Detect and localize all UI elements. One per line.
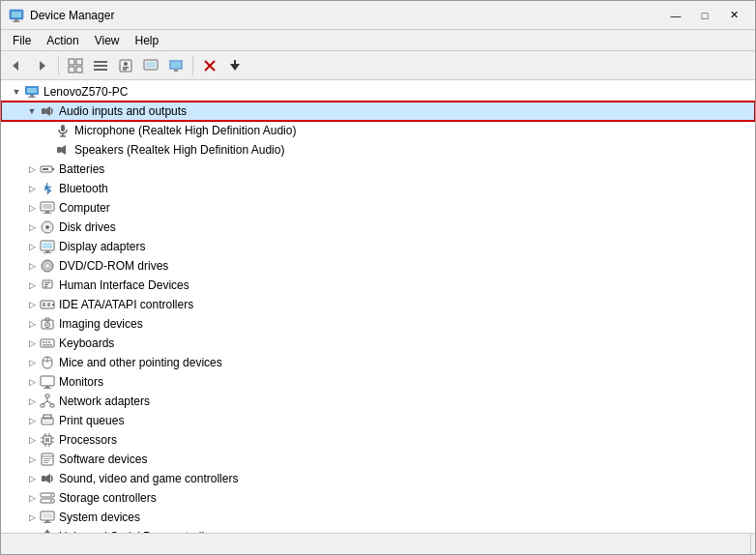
display-toggle[interactable]: ▷ bbox=[24, 239, 40, 254]
sound-label: Sound, video and game controllers bbox=[59, 472, 238, 485]
batteries-item[interactable]: ▷ Batteries bbox=[1, 160, 755, 179]
audio-toggle[interactable]: ▼ bbox=[24, 103, 40, 119]
svg-rect-35 bbox=[57, 147, 61, 153]
computer-item[interactable]: ▷ Computer bbox=[1, 198, 755, 218]
network-toggle[interactable]: ▷ bbox=[24, 394, 40, 409]
svg-marker-5 bbox=[40, 61, 45, 71]
properties-button[interactable] bbox=[114, 54, 137, 77]
root-label: LenovoZ570-PC bbox=[44, 85, 128, 99]
uninstall-button[interactable] bbox=[198, 54, 221, 77]
sound-item[interactable]: ▷ Sound, video and game controllers bbox=[1, 469, 755, 488]
system-toggle[interactable]: ▷ bbox=[24, 510, 40, 525]
imaging-toggle[interactable]: ▷ bbox=[24, 316, 40, 332]
minimize-button[interactable]: — bbox=[662, 5, 689, 26]
storage-toggle[interactable]: ▷ bbox=[24, 490, 40, 506]
menu-bar: File Action View Help bbox=[1, 30, 755, 51]
hid-icon bbox=[40, 278, 55, 293]
audio-item[interactable]: ▼ Audio inputs and outputs bbox=[1, 102, 755, 121]
bluetooth-toggle[interactable]: ▷ bbox=[24, 181, 40, 196]
network-label: Network adapters bbox=[59, 394, 150, 408]
speakers-icon bbox=[55, 142, 71, 158]
software-icon bbox=[40, 452, 55, 467]
mice-item[interactable]: ▷ Mice and other pointing devices bbox=[1, 353, 755, 372]
disk-drives-label: Disk drives bbox=[59, 220, 116, 234]
forward-button[interactable] bbox=[30, 54, 53, 77]
imaging-item[interactable]: ▷ Imaging devices bbox=[1, 314, 755, 334]
svg-rect-109 bbox=[45, 520, 49, 522]
svg-rect-49 bbox=[45, 250, 49, 252]
storage-item[interactable]: ▷ Storage controllers bbox=[1, 488, 755, 508]
svg-rect-48 bbox=[43, 243, 52, 248]
microphone-item[interactable]: ▷ Microphone (Realtek High Definition Au… bbox=[1, 121, 755, 140]
device-button[interactable] bbox=[164, 54, 188, 77]
app-icon bbox=[9, 8, 24, 23]
disk-drives-item[interactable]: ▷ Disk drives bbox=[1, 218, 755, 237]
svg-rect-41 bbox=[43, 204, 52, 209]
microphone-icon bbox=[55, 123, 71, 138]
svg-rect-87 bbox=[45, 438, 49, 442]
svg-rect-18 bbox=[146, 62, 156, 68]
dvd-item[interactable]: ▷ DVD/CD-ROM drives bbox=[1, 256, 755, 276]
menu-help[interactable]: Help bbox=[128, 32, 167, 49]
device-manager-window: Device Manager — □ ✕ File Action View He… bbox=[0, 0, 756, 555]
maximize-button[interactable]: □ bbox=[691, 5, 718, 26]
svg-rect-9 bbox=[76, 67, 82, 73]
display-icon bbox=[40, 239, 55, 254]
device-tree[interactable]: ▼ LenovoZ570-PC ▼ bbox=[1, 80, 755, 533]
keyboards-item[interactable]: ▷ Keyboards bbox=[1, 334, 755, 353]
svg-rect-67 bbox=[43, 341, 44, 343]
mice-label: Mice and other pointing devices bbox=[59, 356, 222, 369]
svg-point-45 bbox=[45, 225, 49, 229]
menu-view[interactable]: View bbox=[87, 32, 128, 49]
display-adapters-item[interactable]: ▷ Display adapters bbox=[1, 237, 755, 256]
view-button-3[interactable] bbox=[139, 54, 162, 77]
processors-icon bbox=[40, 432, 55, 448]
root-toggle[interactable]: ▼ bbox=[9, 84, 24, 100]
speakers-item[interactable]: ▷ Speakers (Realtek High Definition Audi… bbox=[1, 140, 755, 160]
system-item[interactable]: ▷ System devices bbox=[1, 508, 755, 527]
network-item[interactable]: ▷ Network adapters bbox=[1, 392, 755, 411]
monitors-item[interactable]: ▷ Monitors bbox=[1, 372, 755, 392]
print-toggle[interactable]: ▷ bbox=[24, 413, 40, 428]
processors-toggle[interactable]: ▷ bbox=[24, 432, 40, 448]
print-icon bbox=[40, 413, 55, 428]
dvd-toggle[interactable]: ▷ bbox=[24, 258, 40, 274]
svg-rect-20 bbox=[171, 62, 181, 68]
disk-toggle[interactable]: ▷ bbox=[24, 219, 40, 235]
monitors-toggle[interactable]: ▷ bbox=[24, 374, 40, 390]
svg-rect-108 bbox=[43, 513, 52, 518]
tree-root[interactable]: ▼ LenovoZ570-PC bbox=[1, 82, 755, 102]
software-item[interactable]: ▷ Software devices bbox=[1, 450, 755, 469]
svg-rect-78 bbox=[50, 404, 54, 407]
hid-toggle[interactable]: ▷ bbox=[24, 278, 40, 293]
mice-toggle[interactable]: ▷ bbox=[24, 355, 40, 370]
computer-item-icon bbox=[40, 200, 55, 216]
ide-toggle[interactable]: ▷ bbox=[24, 297, 40, 312]
bluetooth-label: Bluetooth bbox=[59, 182, 108, 195]
computer-toggle[interactable]: ▷ bbox=[24, 200, 40, 216]
sound-icon bbox=[40, 471, 55, 486]
close-button[interactable]: ✕ bbox=[720, 5, 747, 26]
system-icon bbox=[40, 510, 55, 525]
window-controls: — □ ✕ bbox=[662, 5, 747, 26]
update-button[interactable] bbox=[223, 54, 247, 77]
view-button-1[interactable] bbox=[64, 54, 87, 77]
menu-action[interactable]: Action bbox=[39, 32, 86, 49]
svg-rect-29 bbox=[28, 97, 36, 98]
audio-label: Audio inputs and outputs bbox=[59, 104, 187, 118]
keyboard-icon bbox=[40, 336, 55, 351]
software-toggle[interactable]: ▷ bbox=[24, 452, 40, 467]
back-button[interactable] bbox=[5, 54, 28, 77]
hid-item[interactable]: ▷ Human Interface Devices bbox=[1, 276, 755, 295]
print-item[interactable]: ▷ Print queues bbox=[1, 411, 755, 430]
svg-rect-39 bbox=[43, 168, 48, 170]
processors-item[interactable]: ▷ Processors bbox=[1, 430, 755, 450]
bluetooth-item[interactable]: ▷ Bluetooth bbox=[1, 179, 755, 198]
menu-file[interactable]: File bbox=[5, 32, 39, 49]
keyboards-toggle[interactable]: ▷ bbox=[24, 336, 40, 351]
svg-rect-38 bbox=[52, 168, 54, 170]
view-button-2[interactable] bbox=[89, 54, 112, 77]
ide-item[interactable]: ▷ IDE ATA/ATAPI controllers bbox=[1, 295, 755, 314]
batteries-toggle[interactable]: ▷ bbox=[24, 161, 40, 177]
sound-toggle[interactable]: ▷ bbox=[24, 471, 40, 486]
